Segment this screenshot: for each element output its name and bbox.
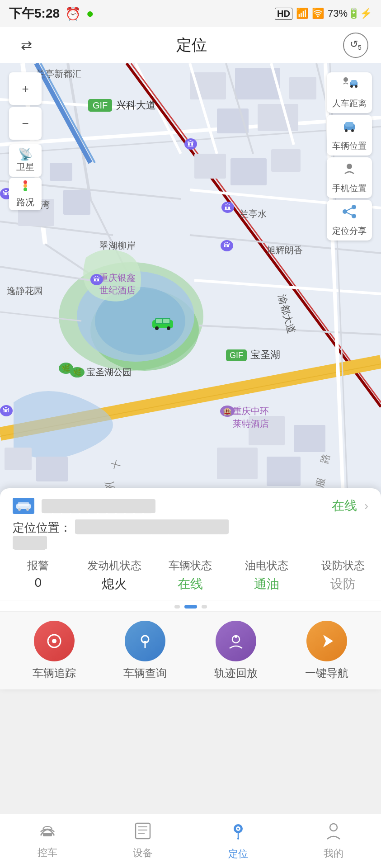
dot-3 [202, 605, 207, 609]
svg-point-35 [24, 184, 27, 188]
nav-shebei-label: 设备 [133, 846, 153, 860]
battery-display: 73%🔋⚡ [328, 8, 372, 19]
status-right: HD 📶 🛜 73%🔋⚡ [275, 8, 372, 20]
icon-building-leftbottom: 🏛 [0, 407, 13, 415]
svg-rect-62 [43, 833, 52, 836]
track-playback-label: 轨迹回放 [214, 666, 258, 680]
nav-kongche[interactable]: 控车 [0, 823, 95, 859]
one-key-nav-button[interactable]: 一键导航 [305, 621, 348, 680]
wechat-icon: ● [86, 6, 94, 21]
nav-dingwei[interactable]: 定位 [191, 821, 286, 861]
label-zhonghuan-hotel: 重庆中环莱特酒店 [233, 405, 269, 430]
track-playback-icon [216, 621, 256, 661]
svg-line-50 [345, 207, 354, 212]
zoom-out-button[interactable]: − [9, 107, 42, 140]
svg-point-40 [350, 85, 353, 88]
svg-point-71 [330, 824, 337, 831]
location-share-label: 定位分享 [332, 225, 367, 237]
vehicle-track-icon [34, 621, 75, 661]
stat-alarm: 报警 0 [0, 558, 76, 590]
map-controls-right: 人车距离 车辆位置 手机位置 [327, 72, 372, 241]
stat-fuel-value: 通油 [254, 576, 279, 593]
back-icon: ⇄ [21, 37, 32, 53]
icon-lantingshui: 🏛 [221, 203, 234, 212]
car-marker [151, 316, 174, 330]
indicator-row [0, 600, 381, 611]
svg-rect-22 [36, 457, 68, 481]
traffic-label: 路况 [16, 196, 34, 208]
svg-point-46 [347, 164, 352, 169]
vehicle-pos-icon [341, 118, 357, 138]
arrow-right-icon[interactable]: › [364, 499, 368, 513]
page-title: 定位 [176, 35, 207, 56]
stat-engine-value: 熄火 [102, 576, 127, 593]
location-row: 定位位置： ██████████████████ [0, 514, 381, 536]
bottom-nav: 控车 设备 定位 [0, 814, 381, 868]
refresh-button[interactable]: ↺5 [343, 33, 368, 58]
stat-guard-value: 设防 [330, 576, 356, 593]
vehicle-header: ████████████ 在线 › [0, 497, 381, 514]
back-button[interactable]: ⇄ [13, 32, 40, 59]
phone-position-button[interactable]: 手机位置 [327, 157, 372, 198]
online-status: 在线 [332, 497, 357, 514]
traffic-button[interactable]: 路况 [9, 178, 42, 210]
stat-alarm-value: 0 [35, 576, 42, 590]
label-lantingxinduhui: 兰亭新都汇 [36, 68, 81, 80]
stat-vehicle-value: 在线 [178, 576, 203, 593]
status-left: 下午5:28 ⏰ ● [9, 5, 94, 22]
location-label: 定位位置： [13, 520, 71, 536]
svg-point-57 [52, 639, 56, 643]
stat-guard-label: 设防状态 [321, 558, 365, 573]
svg-point-41 [355, 85, 357, 88]
svg-point-70 [237, 838, 239, 840]
svg-line-51 [345, 212, 354, 216]
icon-yinxin: 🏛 [90, 276, 103, 284]
svg-point-34 [24, 180, 27, 184]
vehicle-query-button[interactable]: 车辆查询 [123, 621, 167, 680]
svg-point-60 [235, 635, 237, 638]
top-nav: ⇄ 定位 ↺5 [0, 27, 381, 63]
svg-point-31 [167, 326, 170, 330]
nav-wode[interactable]: 我的 [286, 822, 381, 860]
track-playback-button[interactable]: 轨迹回放 [214, 621, 258, 680]
map-svg: 渝 十 八 服 路 [0, 63, 381, 506]
svg-rect-9 [258, 104, 298, 131]
refresh-icon: ↺5 [350, 38, 362, 51]
svg-rect-39 [351, 80, 357, 84]
vehicle-query-label: 车辆查询 [123, 666, 167, 680]
phone-pos-label: 手机位置 [332, 183, 367, 194]
person-car-label: 人车距离 [332, 98, 367, 109]
icon-building-top: 🏛 [184, 140, 197, 148]
stat-engine: 发动机状态 熄火 [76, 558, 153, 593]
stat-vehicle-label: 车辆状态 [169, 558, 212, 573]
svg-rect-63 [136, 823, 150, 839]
minus-icon: − [22, 118, 28, 129]
status-bar: 下午5:28 ⏰ ● HD 📶 🛜 73%🔋⚡ [0, 0, 381, 27]
label-baoShengPark: 🌿 宝圣湖公园 [70, 366, 132, 378]
nav-shebei[interactable]: 设备 [95, 822, 191, 860]
label-xuhui: 旭辉朗香 [267, 244, 303, 256]
location-share-button[interactable]: 定位分享 [327, 200, 372, 241]
dot-1 [174, 605, 180, 609]
share-icon [341, 203, 357, 223]
vehicle-car-icon [13, 498, 34, 514]
signal-icon: 📶 [296, 8, 308, 19]
kongche-icon [38, 823, 56, 843]
shebei-icon [135, 822, 151, 844]
vehicle-position-button[interactable]: 车辆位置 [327, 115, 372, 156]
person-car-distance-button[interactable]: 人车距离 [327, 72, 372, 113]
nav-wode-label: 我的 [324, 847, 343, 860]
vehicle-track-button[interactable]: 车辆追踪 [33, 621, 76, 680]
map-container[interactable]: 渝 十 八 服 路 兰亭新都汇 GIF 兴科大道 城市港湾 逸静花园 翠湖柳岸 … [0, 63, 381, 506]
nav-kongche-label: 控车 [38, 846, 57, 859]
zoom-in-button[interactable]: + [9, 72, 42, 105]
dingwei-icon [229, 821, 247, 844]
svg-rect-18 [294, 425, 325, 452]
wode-icon [325, 822, 342, 844]
plus-icon: + [22, 83, 28, 94]
stat-guard: 设防状态 设防 [305, 558, 381, 593]
satellite-label: 卫星 [16, 161, 34, 173]
svg-rect-11 [50, 163, 72, 181]
satellite-button[interactable]: 📡 卫星 [9, 144, 42, 177]
nav-dingwei-label: 定位 [228, 847, 248, 861]
